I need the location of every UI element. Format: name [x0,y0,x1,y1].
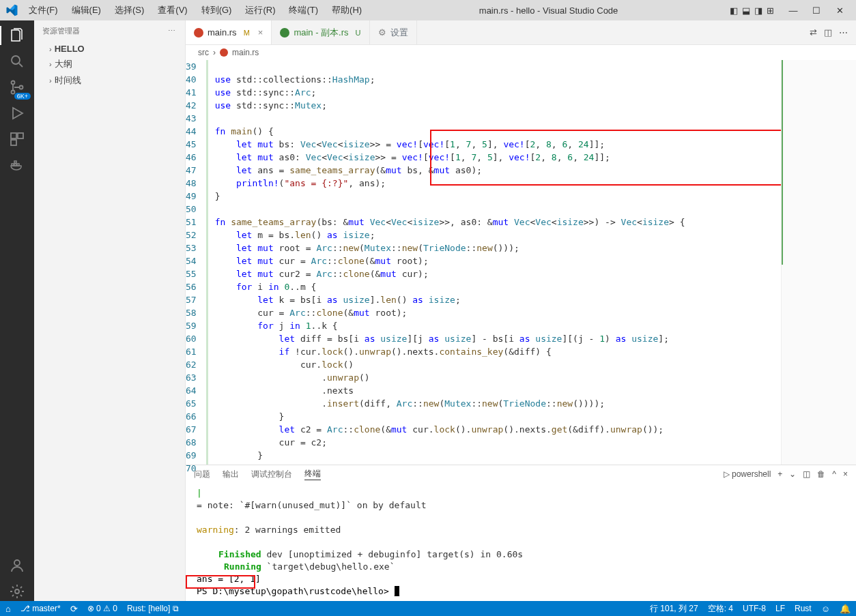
warning-label: warning [197,525,234,535]
search-icon[interactable] [8,52,27,71]
svg-rect-5 [18,133,23,138]
main-menu: 文件(F) 编辑(E) 选择(S) 查看(V) 转到(G) 运行(R) 终端(T… [23,2,367,18]
terminal-prompt: PS D:\mysetup\gopath\rustcode\hello> [197,586,395,596]
new-terminal-icon[interactable]: + [777,469,782,479]
settings-gear-icon[interactable] [8,582,27,601]
sidebar-item-outline[interactable]: ›大纲 [34,56,185,72]
language-mode[interactable]: Rust [795,604,812,613]
rust-file-icon [220,48,228,57]
cursor-position[interactable]: 行 101, 列 27 [650,603,698,615]
tab-label: 设置 [390,27,408,39]
breadcrumb-file[interactable]: main.rs [232,48,259,57]
remote-icon[interactable]: ⌂ [5,604,11,614]
kill-terminal-icon[interactable]: 🗑 [817,469,825,479]
breadcrumb-src[interactable]: src [198,48,209,57]
svg-point-0 [12,56,20,64]
menu-help[interactable]: 帮助(H) [326,2,367,18]
split-editor-icon[interactable]: ◫ [824,27,832,38]
editor-toolbar: ⇄ ◫ ⋯ [810,27,856,38]
title-bar: 文件(F) 编辑(E) 选择(S) 查看(V) 转到(G) 运行(R) 终端(T… [0,0,856,20]
bottom-panel: 问题 输出 调试控制台 终端 ▷ powershell + ⌄ ◫ 🗑 ^ × … [186,465,856,601]
eol[interactable]: LF [775,604,785,613]
sidebar-header: 资源管理器 ⋯ [34,20,185,42]
rust-status[interactable]: Rust: [hello] ⧉ [127,604,179,613]
extensions-icon[interactable] [8,130,27,149]
close-icon[interactable]: ✕ [829,5,851,16]
menu-goto[interactable]: 转到(G) [196,2,238,18]
menu-file[interactable]: 文件(F) [23,2,63,18]
editor-group: main.rs M × main - 副本.rs U ⚙ 设置 ⇄ ◫ ⋯ sr… [186,20,856,601]
untracked-indicator: U [356,29,361,37]
window-title: main.rs - hello - Visual Studio Code [367,5,730,16]
explorer-icon[interactable] [8,26,27,45]
sidebar: 资源管理器 ⋯ ›HELLO ›大纲 ›时间线 [34,20,186,601]
panel-tab-output[interactable]: 输出 [223,469,239,480]
layout-grid-icon[interactable]: ⊞ [767,5,774,16]
running-text: `target\debug\hello.exe` [261,561,395,572]
tab-label: main.rs [208,27,237,38]
minimap[interactable] [781,60,856,465]
sidebar-item-hello[interactable]: ›HELLO [34,42,185,56]
svg-point-12 [15,589,19,593]
menu-run[interactable]: 运行(R) [240,2,281,18]
line-gutter: 3940414243444546474849505152535455565758… [186,60,208,465]
menu-terminal[interactable]: 终端(T) [283,2,324,18]
problems-count[interactable]: ⊗ 0 ⚠ 0 [87,604,117,613]
menu-view[interactable]: 查看(V) [152,2,192,18]
sidebar-more-icon[interactable]: ⋯ [168,27,177,35]
docker-icon[interactable] [8,156,27,175]
source-control-icon[interactable]: 6K+ [8,78,27,97]
terminal-profile[interactable]: ▷ powershell [724,469,771,479]
svg-rect-6 [11,140,16,145]
tab-main-rs[interactable]: main.rs M × [186,20,272,44]
tab-settings[interactable]: ⚙ 设置 [370,20,417,44]
terminal-content[interactable]: | = note: `#[warn(unused_mut)]` on by de… [186,483,856,601]
sidebar-item-label: 大纲 [55,58,72,70]
note-line: = note: `#[warn(unused_mut)]` on by defa… [197,500,427,510]
chevron-right-icon: › [49,60,52,68]
sidebar-title: 资源管理器 [42,26,80,36]
code-content[interactable]: use std::collections::HashMap;use std::s… [208,60,781,465]
feedback-icon[interactable]: ☺ [821,604,830,614]
indentation[interactable]: 空格: 4 [708,603,733,615]
svg-rect-10 [14,161,16,163]
close-panel-icon[interactable]: × [843,469,848,479]
sync-icon[interactable]: ⟳ [70,604,78,614]
account-icon[interactable] [8,556,27,575]
chevron-right-icon: › [213,48,216,57]
terminal-cursor: _ [395,586,400,596]
tab-main-copy-rs[interactable]: main - 副本.rs U [272,20,369,44]
panel-tab-terminal[interactable]: 终端 [304,468,321,480]
git-branch[interactable]: ⎇ master* [20,604,61,613]
status-bar: ⌂ ⎇ master* ⟳ ⊗ 0 ⚠ 0 Rust: [hello] ⧉ 行 … [0,601,856,616]
tab-label: main - 副本.rs [294,27,348,39]
menu-edit[interactable]: 编辑(E) [66,2,106,18]
panel-left-icon[interactable]: ◧ [730,5,738,16]
chevron-down-icon[interactable]: ⌄ [789,469,796,479]
encoding[interactable]: UTF-8 [743,604,766,613]
editor-tabs: main.rs M × main - 副本.rs U ⚙ 设置 ⇄ ◫ ⋯ [186,20,856,45]
editor-area[interactable]: 3940414243444546474849505152535455565758… [186,60,856,465]
layout-controls: ◧ ⬓ ◨ ⊞ [730,5,774,16]
more-actions-icon[interactable]: ⋯ [839,27,848,38]
breadcrumb[interactable]: src › main.rs [186,45,856,60]
activity-bar: 6K+ [0,20,34,601]
notifications-icon[interactable]: 🔔 [840,604,851,614]
minimize-icon[interactable]: — [782,5,804,16]
finished-text: dev [unoptimized + debuginfo] target(s) … [261,549,524,559]
maximize-panel-icon[interactable]: ^ [832,469,836,479]
compare-changes-icon[interactable]: ⇄ [810,27,817,38]
panel-bottom-icon[interactable]: ⬓ [742,5,750,16]
running-label: Running [224,561,261,572]
panel-tab-debug[interactable]: 调试控制台 [251,469,292,480]
run-debug-icon[interactable] [8,104,27,123]
warning-text: : 2 warnings emitted [234,525,341,535]
tab-close-icon[interactable]: × [258,27,263,38]
svg-point-3 [20,86,23,89]
sidebar-item-timeline[interactable]: ›时间线 [34,72,185,89]
maximize-icon[interactable]: ☐ [805,5,827,16]
split-terminal-icon[interactable]: ◫ [803,469,810,479]
panel-right-icon[interactable]: ◨ [754,5,762,16]
menu-select[interactable]: 选择(S) [109,2,149,18]
gear-icon: ⚙ [378,27,386,38]
